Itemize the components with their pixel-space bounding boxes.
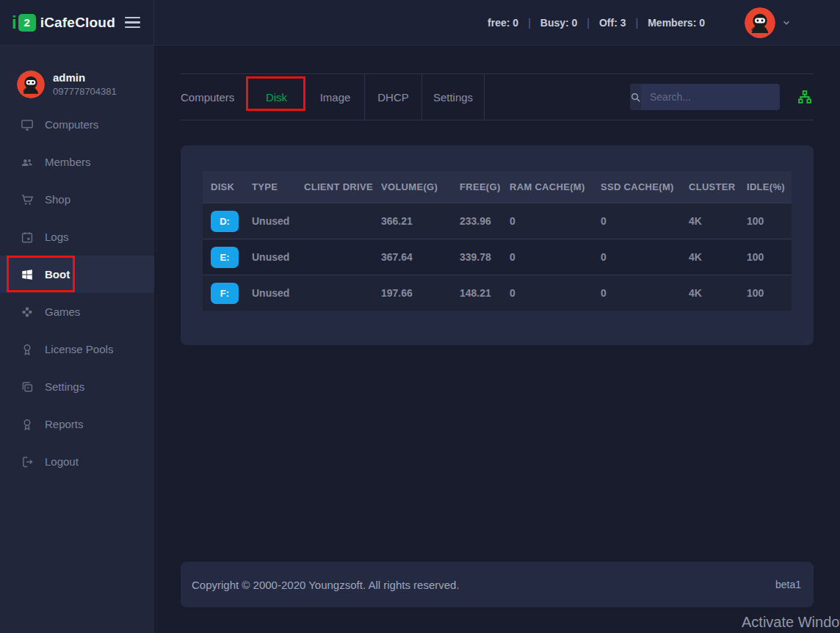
cell-idle: 100 (739, 287, 792, 299)
stat-members: Members: 0 (648, 17, 705, 29)
sidebar-nav: Computers Members Shop Logs Boot Gam (0, 106, 154, 480)
menu-toggle-icon[interactable] (125, 14, 140, 32)
logo-icon: 2 (18, 14, 36, 32)
page-footer: Copyright © 2000-2020 Youngzsoft. All ri… (181, 562, 814, 607)
sidebar-item-games[interactable]: Games (0, 293, 154, 330)
cell-type: Unused (244, 287, 296, 299)
user-avatar (745, 7, 775, 38)
sidebar-item-reports[interactable]: Reports (0, 405, 154, 443)
sidebar: admin 097778704381 Computers Members Sho… (0, 46, 154, 633)
tab-settings[interactable]: Settings (422, 74, 485, 120)
cell-free: 339.78 (452, 251, 502, 263)
cell-ssd-cache: 0 (593, 287, 681, 299)
disk-badge: E: (211, 247, 239, 268)
status-counters: free: 0 Busy: 0 Off: 3 Members: 0 (488, 17, 705, 29)
sidebar-item-label: Games (45, 305, 80, 318)
profile-avatar (17, 70, 45, 98)
cell-cluster: 4K (681, 251, 739, 263)
topbar: i 2 iCafeCloud free: 0 Busy: 0 Off: 3 Me… (0, 0, 840, 46)
sidebar-item-label: Reports (45, 418, 84, 430)
disk-badge: F: (211, 283, 239, 304)
col-cluster: CLUSTER (681, 181, 739, 192)
col-free: FREE(G) (452, 181, 502, 192)
sidebar-item-logout[interactable]: Logout (0, 443, 154, 480)
table-header-row: DISK TYPE CLIENT DRIVE VOLUME(G) FREE(G)… (203, 171, 792, 203)
sidebar-item-computers[interactable]: Computers (0, 106, 154, 143)
profile-phone: 097778704381 (53, 86, 117, 97)
topbar-brand-zone: i 2 iCafeCloud (0, 0, 154, 45)
col-disk: DISK (203, 181, 244, 192)
sidebar-item-label: License Pools (45, 343, 113, 355)
logo-text: iCafeCloud (40, 15, 115, 31)
sidebar-item-boot[interactable]: Boot (0, 256, 154, 293)
cell-ram-cache: 0 (502, 251, 593, 263)
cell-volume: 367.64 (373, 251, 452, 263)
logo-i-glyph: i (12, 14, 17, 32)
search-box (630, 84, 780, 110)
cell-cluster: 4K (681, 215, 739, 227)
chevron-down-icon (781, 18, 792, 28)
windows-icon (20, 267, 34, 281)
tab-disk[interactable]: Disk (247, 74, 306, 120)
cell-ssd-cache: 0 (593, 251, 681, 263)
cell-free: 148.21 (452, 287, 502, 299)
sidebar-item-logs[interactable]: Logs (0, 218, 154, 256)
user-menu[interactable] (745, 7, 792, 38)
cell-volume: 197.66 (373, 287, 452, 299)
table-row-disk-f[interactable]: F: Unused 197.66 148.21 0 0 4K 100 (203, 275, 792, 311)
sidebar-item-label: Members (45, 156, 91, 168)
sidebar-item-label: Settings (45, 380, 84, 393)
cell-type: Unused (244, 251, 296, 263)
sidebar-item-label: Boot (45, 268, 70, 281)
sitemap-icon[interactable] (797, 90, 812, 104)
windows-activation-watermark: Activate Windows (742, 614, 840, 631)
tab-bar: Computers Disk Image DHCP Settings (181, 73, 814, 120)
award-icon (20, 417, 34, 431)
sidebar-item-label: Logout (45, 455, 79, 468)
col-type: TYPE (244, 181, 296, 192)
cart-icon (20, 192, 34, 206)
app-logo: i 2 iCafeCloud (12, 14, 115, 32)
calendar-icon (20, 230, 34, 244)
people-icon (20, 155, 34, 169)
disk-table-card: DISK TYPE CLIENT DRIVE VOLUME(G) FREE(G)… (181, 145, 814, 345)
col-idle: IDLE(%) (739, 181, 792, 192)
sidebar-item-settings[interactable]: Settings (0, 368, 154, 405)
stat-free: free: 0 (488, 17, 531, 29)
table-row-disk-d[interactable]: D: Unused 366.21 233.96 0 0 4K 100 (203, 203, 792, 239)
tab-image[interactable]: Image (306, 74, 365, 120)
disk-badge: D: (211, 211, 239, 232)
cell-ram-cache: 0 (502, 215, 593, 227)
profile-name: admin (53, 71, 117, 84)
sidebar-item-label: Shop (45, 193, 70, 206)
cell-idle: 100 (739, 215, 792, 227)
logout-icon (20, 455, 34, 469)
version-badge: beta1 (775, 579, 801, 590)
col-volume: VOLUME(G) (373, 181, 452, 192)
search-input[interactable] (641, 84, 780, 110)
app-root: i 2 iCafeCloud free: 0 Busy: 0 Off: 3 Me… (0, 0, 840, 633)
sidebar-item-label: Computers (45, 118, 98, 131)
cell-type: Unused (244, 215, 296, 227)
cell-idle: 100 (739, 251, 792, 263)
cell-volume: 366.21 (373, 215, 452, 227)
stat-off: Off: 3 (599, 17, 638, 29)
tab-dhcp[interactable]: DHCP (365, 74, 422, 120)
table-row-disk-e[interactable]: E: Unused 367.64 339.78 0 0 4K 100 (203, 239, 792, 275)
col-ssd-cache: SSD CACHE(M) (593, 181, 681, 192)
col-client-drive: CLIENT DRIVE (296, 181, 373, 192)
disk-table: DISK TYPE CLIENT DRIVE VOLUME(G) FREE(G)… (203, 171, 792, 311)
sidebar-item-label: Logs (45, 231, 69, 243)
cell-cluster: 4K (681, 287, 739, 299)
main-content: Computers Disk Image DHCP Settings DISK … (154, 46, 840, 633)
tab-computers[interactable]: Computers (181, 74, 247, 120)
stat-busy: Busy: 0 (540, 17, 590, 29)
search-icon (630, 84, 641, 110)
cell-free: 233.96 (452, 215, 502, 227)
sidebar-item-members[interactable]: Members (0, 143, 154, 181)
cell-ram-cache: 0 (502, 287, 593, 299)
cell-ssd-cache: 0 (593, 215, 681, 227)
sidebar-item-shop[interactable]: Shop (0, 181, 154, 218)
sidebar-item-license-pools[interactable]: License Pools (0, 330, 154, 368)
copyright-text: Copyright © 2000-2020 Youngzsoft. All ri… (192, 579, 460, 591)
